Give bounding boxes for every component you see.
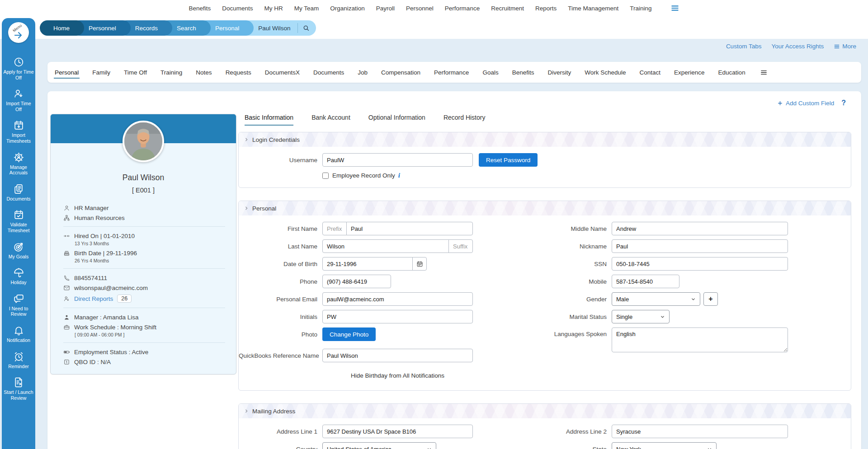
date-picker-button[interactable] xyxy=(412,257,427,271)
sidebar-item-manage-accruals[interactable]: Manage Accruals xyxy=(2,152,35,176)
tab-documentsx[interactable]: DocumentsX xyxy=(264,63,301,82)
bell-icon xyxy=(13,325,24,336)
personal-header[interactable]: Personal xyxy=(239,201,851,215)
direct-reports-count-badge[interactable]: 26 xyxy=(117,295,132,303)
tab-goals[interactable]: Goals xyxy=(481,63,499,82)
sidebar-item-start-launch-review[interactable]: Start / Launch Review xyxy=(2,377,35,401)
mobile-input[interactable] xyxy=(612,275,679,288)
sidebar-item-documents[interactable]: Documents xyxy=(2,183,35,202)
tab-notes[interactable]: Notes xyxy=(195,63,212,82)
reset-password-button[interactable]: Reset Password xyxy=(479,153,538,167)
change-photo-button[interactable]: Change Photo xyxy=(322,327,376,341)
languages-spoken-textarea[interactable]: English xyxy=(612,327,788,352)
login-credentials-header[interactable]: Login Credentials xyxy=(239,132,851,147)
address-line-2-input[interactable] xyxy=(612,425,788,438)
address-line-1-input[interactable] xyxy=(322,425,473,438)
tab-experience[interactable]: Experience xyxy=(673,63,706,82)
sidebar-item-notification[interactable]: Notification xyxy=(2,325,35,343)
employee-name: Paul Wilson xyxy=(51,173,236,182)
mailing-address-header[interactable]: Mailing Address xyxy=(239,404,851,418)
tab-work-schedule[interactable]: Work Schedule xyxy=(584,63,627,82)
employee-record-only-checkbox[interactable] xyxy=(322,173,329,179)
tab-training[interactable]: Training xyxy=(160,63,183,82)
personal-email-input[interactable] xyxy=(322,292,473,306)
sidebar-item-my-goals[interactable]: My Goals xyxy=(2,241,35,260)
topnav-organization[interactable]: Organization xyxy=(330,5,365,12)
topnav-benefits[interactable]: Benefits xyxy=(189,5,211,12)
sidebar-item-reminder[interactable]: Reminder xyxy=(2,351,35,369)
topnav-reports[interactable]: Reports xyxy=(535,5,557,12)
tab-requests[interactable]: Requests xyxy=(225,63,252,82)
phone-input[interactable] xyxy=(322,275,391,288)
tab-education[interactable]: Education xyxy=(717,63,746,82)
gender-select[interactable]: Male xyxy=(612,292,700,306)
username-input[interactable] xyxy=(322,153,473,167)
tabs-overflow-menu-icon[interactable] xyxy=(760,69,768,76)
topnav-performance[interactable]: Performance xyxy=(445,5,480,12)
sidebar-item-validate-timesheet[interactable]: Validate Timesheet xyxy=(2,209,35,233)
country-select[interactable]: United States of America xyxy=(322,442,436,449)
topnav-training[interactable]: Training xyxy=(630,5,651,12)
help-icon[interactable]: ? xyxy=(841,99,846,107)
hamburger-icon xyxy=(834,43,840,50)
first-name-input[interactable] xyxy=(346,222,473,235)
middle-name-input[interactable] xyxy=(612,222,788,235)
more-link[interactable]: More xyxy=(834,43,856,50)
topnav-payroll[interactable]: Payroll xyxy=(376,5,395,12)
tab-family[interactable]: Family xyxy=(91,63,111,82)
custom-tabs-link[interactable]: Custom Tabs xyxy=(726,43,762,50)
topnav-recruitment[interactable]: Recruitment xyxy=(491,5,524,12)
direct-reports-link[interactable]: Direct Reports xyxy=(74,295,113,302)
sidebar-item-holiday[interactable]: Holiday xyxy=(2,267,35,285)
sidebar-item-i-need-to-review[interactable]: I Need to Review xyxy=(2,293,35,317)
add-gender-button[interactable]: + xyxy=(703,292,718,306)
tab-diversity[interactable]: Diversity xyxy=(547,63,572,82)
tab-documents[interactable]: Documents xyxy=(312,63,345,82)
date-of-birth-input[interactable] xyxy=(322,257,413,271)
breadcrumb-home[interactable]: Home xyxy=(40,20,84,36)
employee-record-only-label: Employee Record Only xyxy=(332,172,395,179)
suffix-input[interactable] xyxy=(448,239,473,253)
ssn-label: SSN xyxy=(521,261,612,267)
sidebar-item-apply-for-time-off[interactable]: Apply for Time Off xyxy=(2,56,35,80)
tab-compensation[interactable]: Compensation xyxy=(380,63,421,82)
sidebar-item-import-time-off[interactable]: Import Time Off xyxy=(2,88,35,112)
quickbooks-reference-input[interactable] xyxy=(322,349,473,362)
cake-icon xyxy=(63,250,70,257)
tab-contact[interactable]: Contact xyxy=(639,63,662,82)
your-access-rights-link[interactable]: Your Access Rights xyxy=(771,43,824,50)
subtab-basic-information[interactable]: Basic Information xyxy=(245,114,293,126)
tab-performance[interactable]: Performance xyxy=(433,63,470,82)
last-name-input[interactable] xyxy=(322,239,449,253)
add-custom-field-button[interactable]: Add Custom Field ? xyxy=(777,99,846,107)
sidebar-item-import-timesheets[interactable]: Import Timesheets xyxy=(2,120,35,144)
subtab-record-history[interactable]: Record History xyxy=(443,114,486,126)
first-name-label: First Name xyxy=(239,225,322,232)
age-duration: 26 Yrs 4 Months xyxy=(75,258,225,263)
topnav-menu-icon[interactable] xyxy=(670,4,679,13)
search-button[interactable] xyxy=(302,24,310,32)
section-chevron-icon xyxy=(244,206,249,210)
state-select[interactable]: New York xyxy=(612,442,717,449)
info-icon[interactable]: i xyxy=(398,172,400,179)
prefix-input[interactable] xyxy=(322,222,347,235)
tab-benefits[interactable]: Benefits xyxy=(511,63,535,82)
topnav-time-management[interactable]: Time Management xyxy=(568,5,618,12)
tab-time-off[interactable]: Time Off xyxy=(123,63,148,82)
topnav-my-team[interactable]: My Team xyxy=(294,5,319,12)
topnav-personnel[interactable]: Personnel xyxy=(406,5,434,12)
topnav-documents[interactable]: Documents xyxy=(222,5,253,12)
marital-status-select[interactable]: Single xyxy=(612,310,670,323)
employee-profile-card: Paul Wilson [ E001 ] HR Manager Human Re… xyxy=(50,114,236,374)
menu-button[interactable]: Menu xyxy=(8,22,29,43)
tab-personal[interactable]: Personal xyxy=(54,63,80,82)
initials-input[interactable] xyxy=(322,310,473,323)
topnav-my-hr[interactable]: My HR xyxy=(264,5,283,12)
nickname-input[interactable] xyxy=(612,239,788,253)
avatar[interactable] xyxy=(123,121,164,162)
subtab-optional-information[interactable]: Optional Information xyxy=(368,114,425,126)
tab-job[interactable]: Job xyxy=(357,63,368,82)
subtab-bank-account[interactable]: Bank Account xyxy=(311,114,350,126)
calendar-import-icon xyxy=(13,120,24,131)
ssn-input[interactable] xyxy=(612,257,788,271)
